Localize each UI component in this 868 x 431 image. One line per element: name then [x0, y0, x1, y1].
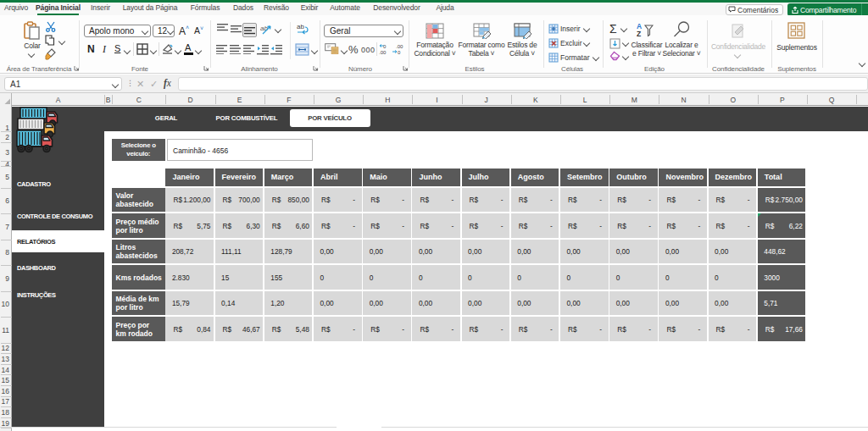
svg-text:.00: .00 — [396, 44, 403, 49]
svg-text:ab: ab — [297, 23, 304, 30]
svg-text:0: 0 — [383, 44, 387, 49]
svg-text:ab: ab — [260, 25, 268, 32]
svg-text:0: 0 — [398, 50, 401, 55]
svg-text:.00: .00 — [379, 50, 387, 55]
svg-text:Z: Z — [637, 30, 641, 38]
